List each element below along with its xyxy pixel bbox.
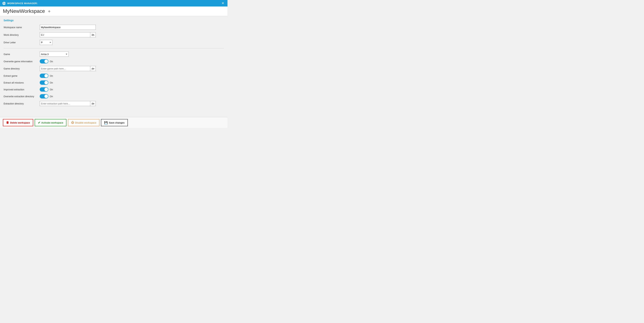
app-title: WORKSPACE MANAGER: bbox=[7, 2, 38, 5]
drive-letter-select[interactable]: P Q R S T bbox=[40, 40, 52, 45]
drive-letter-label: Drive Letter bbox=[4, 41, 40, 44]
extraction-directory-browse-button[interactable]: 🗁 bbox=[90, 101, 96, 106]
drive-letter-group: Drive Letter P Q R S T ▼ bbox=[4, 40, 224, 45]
game-select[interactable]: Arma 3 Arma 2 Arma 2: OA DayZ bbox=[40, 51, 68, 57]
extract-game-toggle[interactable] bbox=[40, 74, 48, 78]
gear-icon bbox=[2, 1, 6, 5]
settings-section-title: Settings bbox=[4, 19, 224, 22]
title-bar: WORKSPACE MANAGER: ✕ bbox=[0, 0, 228, 6]
extract-all-missions-toggle-group: On bbox=[40, 80, 53, 85]
overwrite-extraction-dir-label: Overwrite extraction directory bbox=[4, 95, 40, 98]
extract-game-toggle-group: On bbox=[40, 74, 53, 78]
drive-letter-select-wrapper: P Q R S T ▼ bbox=[40, 40, 52, 45]
overwrite-game-info-on-label: On bbox=[50, 60, 53, 63]
work-directory-browse-button[interactable]: 🗁 bbox=[90, 32, 96, 37]
trash-icon: 🗑 bbox=[6, 121, 9, 124]
improved-extraction-group: Improved extraction On bbox=[4, 87, 224, 92]
extract-all-missions-group: Extract all missions On bbox=[4, 80, 224, 85]
improved-extraction-label: Improved extraction bbox=[4, 88, 40, 91]
extraction-directory-label: Extraction directory bbox=[4, 102, 40, 105]
add-workspace-button[interactable]: + bbox=[47, 9, 51, 13]
game-directory-group: Game directory 🗁 bbox=[4, 66, 224, 71]
extract-game-group: Extract game On bbox=[4, 74, 224, 78]
main-content: Settings Workspace name Work directory 🗁… bbox=[0, 16, 228, 117]
extract-all-missions-on-label: On bbox=[50, 81, 53, 84]
work-directory-input-group: 🗁 bbox=[40, 32, 96, 37]
extraction-directory-input[interactable] bbox=[40, 101, 90, 106]
power-icon: ⏻ bbox=[71, 121, 74, 124]
workspace-title: MyNewWorkspace bbox=[3, 8, 45, 14]
work-directory-label: Work directory bbox=[4, 33, 40, 36]
extraction-directory-group: Extraction directory 🗁 bbox=[4, 101, 224, 106]
close-button[interactable]: ✕ bbox=[220, 1, 225, 5]
save-icon: 💾 bbox=[104, 121, 108, 124]
activate-workspace-button[interactable]: ✔ Activate workspace bbox=[35, 119, 66, 126]
improved-extraction-toggle-group: On bbox=[40, 87, 53, 92]
disable-workspace-button[interactable]: ⏻ Disable workspace bbox=[68, 119, 100, 126]
extract-all-missions-label: Extract all missions bbox=[4, 81, 40, 84]
game-select-wrapper: Arma 3 Arma 2 Arma 2: OA DayZ ▼ bbox=[40, 51, 68, 57]
delete-label: Delete workspace bbox=[10, 121, 30, 124]
overwrite-game-info-label: Overwrite game information bbox=[4, 60, 40, 63]
delete-workspace-button[interactable]: 🗑 Delete workspace bbox=[3, 119, 33, 126]
save-label: Save changes bbox=[109, 121, 124, 124]
bottom-bar: 🗑 Delete workspace ✔ Activate workspace … bbox=[0, 117, 228, 128]
game-directory-input-group: 🗁 bbox=[40, 66, 96, 71]
game-directory-browse-button[interactable]: 🗁 bbox=[90, 66, 96, 71]
improved-extraction-toggle[interactable] bbox=[40, 87, 48, 92]
overwrite-game-info-group: Overwrite game information On bbox=[4, 59, 224, 63]
checkmark-icon: ✔ bbox=[38, 121, 40, 124]
work-directory-group: Work directory 🗁 bbox=[4, 32, 224, 37]
overwrite-extraction-dir-toggle-group: On bbox=[40, 94, 53, 98]
extract-game-label: Extract game bbox=[4, 74, 40, 77]
overwrite-game-info-toggle-group: On bbox=[40, 59, 53, 63]
overwrite-extraction-dir-group: Overwrite extraction directory On bbox=[4, 94, 224, 98]
title-bar-left: WORKSPACE MANAGER: bbox=[2, 1, 38, 5]
workspace-name-input[interactable] bbox=[40, 25, 96, 30]
overwrite-game-info-toggle[interactable] bbox=[40, 59, 48, 63]
extract-all-missions-toggle[interactable] bbox=[40, 80, 48, 85]
save-changes-button[interactable]: 💾 Save changes bbox=[101, 119, 128, 126]
extract-game-on-label: On bbox=[50, 74, 53, 77]
extraction-directory-input-group: 🗁 bbox=[40, 101, 96, 106]
disable-label: Disable workspace bbox=[75, 121, 96, 124]
game-directory-label: Game directory bbox=[4, 67, 40, 70]
work-directory-input[interactable] bbox=[40, 32, 90, 37]
workspace-name-group: Workspace name bbox=[4, 25, 224, 30]
workspace-name-label: Workspace name bbox=[4, 26, 40, 29]
game-directory-input[interactable] bbox=[40, 66, 90, 71]
game-label: Game bbox=[4, 53, 40, 55]
improved-extraction-on-label: On bbox=[50, 88, 53, 91]
activate-label: Activate workspace bbox=[41, 121, 63, 124]
overwrite-extraction-dir-toggle[interactable] bbox=[40, 94, 48, 98]
overwrite-extraction-dir-on-label: On bbox=[50, 95, 53, 98]
workspace-header: MyNewWorkspace + bbox=[0, 6, 228, 16]
game-group: Game Arma 3 Arma 2 Arma 2: OA DayZ ▼ bbox=[4, 51, 224, 57]
